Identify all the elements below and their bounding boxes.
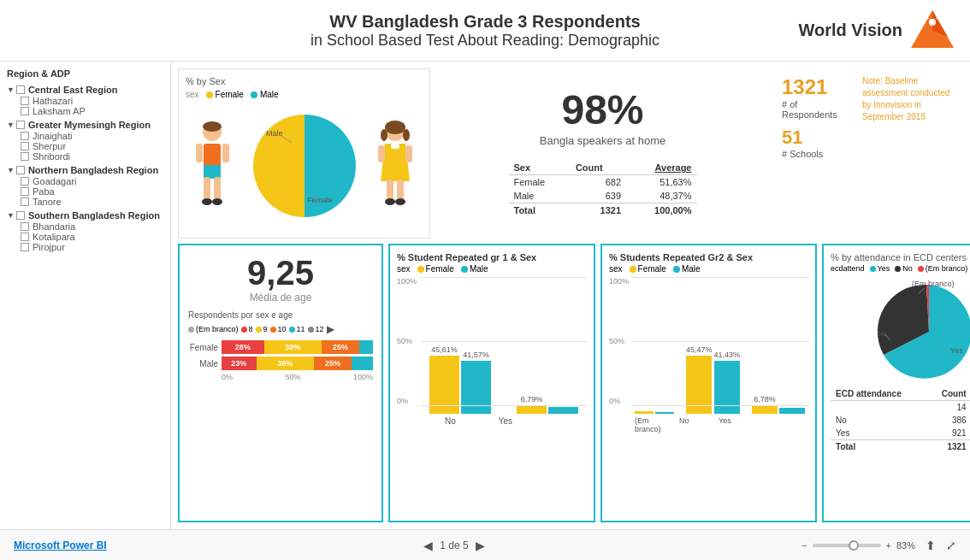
next-page-button[interactable]: ▶ (476, 539, 485, 552)
seg-f-11 (359, 340, 373, 354)
avg-col-header: Average (626, 161, 696, 175)
seg-m-9: 38% (257, 357, 314, 370)
ap-label: Tanore (33, 197, 62, 207)
yes-group: 6,79% (517, 395, 578, 414)
age-section: 9,25 Média de age Respondents por sex e … (178, 244, 383, 522)
legend-sex-text: sex (186, 90, 199, 99)
svg-rect-11 (196, 144, 203, 162)
female-dot2 (630, 266, 636, 273)
zoom-plus[interactable]: + (886, 540, 891, 551)
table-row-male: Male 639 48,37% (509, 189, 697, 203)
sidebar-title: Region & ADP (7, 68, 163, 79)
no-female-bar: 45,61% (429, 345, 459, 414)
bar-female-label: Female (188, 343, 218, 352)
region-label: Northern Bangladesh Region (28, 165, 158, 175)
sidebar-ap-hathazari[interactable]: Hathazari (7, 96, 163, 106)
zoom-slider[interactable] (813, 544, 881, 547)
pie-sex-section: % by Sex sex Female Male (178, 68, 430, 239)
repeated-gr1-title: % Student Repeated gr 1 & Sex (397, 252, 587, 262)
sidebar-region-mymesingh[interactable]: ▼ Greater Mymesingh Region (7, 119, 163, 131)
ap-checkbox[interactable] (21, 97, 29, 105)
zoom-control[interactable]: − + 83% (801, 540, 915, 551)
no-female-pct: 45,61% (431, 345, 458, 354)
svg-text:No: No (878, 329, 888, 338)
label-yes-gr2: Yes (719, 416, 731, 433)
share-icon[interactable]: ⬆ (926, 539, 936, 552)
ap-checkbox[interactable] (21, 177, 29, 186)
ap-checkbox[interactable] (21, 243, 29, 251)
world-vision-icon (909, 7, 956, 54)
sidebar-region-central-east[interactable]: ▼ Central East Region (7, 84, 163, 96)
zoom-minus[interactable]: − (801, 540, 807, 551)
yes-female-pct-gr2: 6,78% (754, 395, 776, 404)
legend-arrow[interactable]: ▶ (327, 323, 334, 335)
prev-page-button[interactable]: ◀ (423, 539, 433, 552)
pie-sex-label: % by Sex (186, 76, 423, 86)
sidebar-region-northern[interactable]: ▼ Northern Bangladesh Region (7, 164, 163, 176)
sidebar-ap-kotalipara[interactable]: Kotalipara (7, 232, 163, 242)
ap-checkbox[interactable] (21, 142, 29, 150)
sidebar-ap-paba[interactable]: Paba (7, 186, 163, 197)
sidebar-ap-jinaighati[interactable]: Jinaighati (7, 131, 163, 141)
svg-point-22 (403, 129, 410, 141)
legend-item-8: 8 (241, 323, 253, 335)
svg-rect-26 (397, 180, 404, 201)
ap-checkbox[interactable] (21, 107, 29, 115)
expand-icon[interactable]: ⤢ (946, 539, 956, 552)
sidebar-ap-pirojpur[interactable]: Pirojpur (7, 242, 163, 252)
sex-table: Sex Count Average Female 682 (509, 161, 697, 217)
page-indicator: 1 de 5 (440, 539, 468, 551)
sidebar-region-southern[interactable]: ▼ Southern Bangladesh Region (7, 209, 163, 221)
page-current: 1 (440, 539, 446, 551)
main-title: WV Bangladesh Grade 3 Respondents (250, 12, 721, 32)
ap-checkbox[interactable] (21, 197, 29, 206)
main-panel: % by Sex sex Female Male (171, 62, 970, 529)
ap-checkbox[interactable] (21, 233, 29, 241)
ecd-blank-legend: (Em branco) (918, 264, 968, 273)
age-legend: (Em branco) 8 9 (188, 323, 373, 335)
male-dot (461, 266, 468, 273)
region-checkbox[interactable] (16, 211, 25, 220)
age-value: 9,25 (188, 254, 373, 292)
sidebar-ap-bhandaria[interactable]: Bhandaria (7, 221, 163, 232)
ap-label: Laksham AP (33, 106, 86, 116)
ecd-title: % by attendance in ECD centers (831, 252, 970, 262)
region-checkbox[interactable] (16, 166, 25, 174)
region-checkbox[interactable] (16, 85, 25, 94)
ecd-blank-dot (918, 266, 924, 272)
ap-checkbox[interactable] (21, 187, 29, 196)
svg-rect-10 (214, 177, 221, 201)
ap-checkbox[interactable] (21, 222, 29, 231)
sidebar-ap-tanore[interactable]: Tanore (7, 197, 163, 207)
sidebar-ap-shribordi[interactable]: Shribordi (7, 151, 163, 162)
sidebar-ap-laksham[interactable]: Laksham AP (7, 106, 163, 116)
svg-point-13 (202, 198, 212, 205)
ap-label: Pirojpur (33, 242, 65, 252)
count-total: 1321 (571, 203, 626, 218)
svg-rect-12 (222, 144, 229, 162)
region-checkbox[interactable] (16, 121, 25, 129)
header: WV Bangladesh Grade 3 Respondents in Sch… (0, 0, 970, 62)
svg-line-4 (937, 15, 938, 19)
stacked-bar-male: 23% 38% 25% (222, 357, 373, 370)
no-female-bar-gr2: 45,47% (686, 345, 713, 414)
svg-line-3 (926, 15, 928, 19)
count-col-header: Count (571, 161, 626, 175)
bar-axis: 0% 50% 100% (188, 373, 373, 381)
sidebar-ap-sherpur[interactable]: Sherpur (7, 141, 163, 151)
sidebar-ap-goadagari[interactable]: Goadagari (7, 176, 163, 186)
sex-table-wrapper: Sex Count Average Female 682 (509, 161, 697, 217)
legend-item-female: Female (206, 90, 244, 99)
legend-male: Male (461, 264, 488, 274)
legend-male-dot (251, 91, 257, 98)
legend-sex-label: sex (397, 264, 411, 274)
page-total: 5 (463, 539, 469, 551)
grid-100-gr2 (631, 277, 808, 278)
ap-checkbox[interactable] (21, 132, 29, 140)
powerbi-link[interactable]: Microsoft Power BI (14, 539, 107, 551)
ap-label: Hathazari (33, 96, 73, 106)
ecd-legend-label: ecdattend (831, 264, 865, 273)
sex-male: Male (509, 189, 571, 203)
ap-checkbox[interactable] (21, 152, 29, 161)
svg-point-14 (212, 198, 222, 205)
